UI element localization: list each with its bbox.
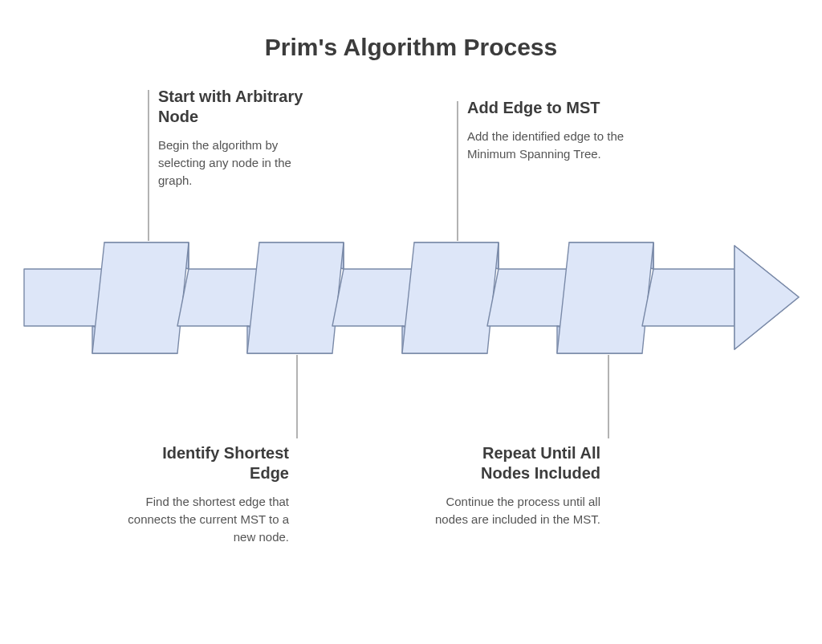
svg-marker-14 [487,269,569,326]
svg-marker-18 [557,243,653,353]
svg-marker-13 [402,243,498,353]
step-4-title: Repeat Until All Nodes Included [432,443,600,483]
svg-marker-19 [642,269,735,326]
step-3-desc: Add the identified edge to the Minimum S… [467,128,636,163]
step-1-desc: Begin the algorithm by selecting any nod… [158,137,327,189]
step-4: Repeat Until All Nodes Included Continue… [432,443,600,528]
step-2-title: Identify Shortest Edge [120,443,289,483]
ribbon-arrow [0,0,822,644]
step-1: Start with Arbitrary Node Begin the algo… [158,87,327,189]
step-3: Add Edge to MST Add the identified edge … [467,98,636,163]
svg-marker-22 [735,246,799,349]
step-1-title: Start with Arbitrary Node [158,87,327,127]
svg-marker-9 [332,269,414,326]
step-2-desc: Find the shortest edge that connects the… [120,493,289,545]
svg-marker-4 [177,269,259,326]
step-4-desc: Continue the process until all nodes are… [432,493,600,528]
step-2: Identify Shortest Edge Find the shortest… [120,443,289,545]
svg-marker-0 [24,269,104,326]
svg-marker-3 [92,243,189,353]
step-3-title: Add Edge to MST [467,98,636,118]
svg-marker-8 [247,243,344,353]
